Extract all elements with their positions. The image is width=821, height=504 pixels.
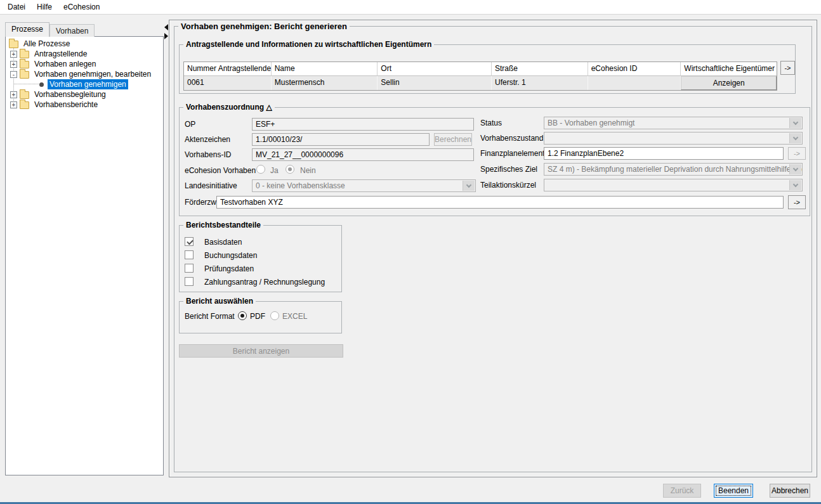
checkbox-zahlungsantrag-label: Zahlungsantrag / Rechnungslegung — [204, 278, 325, 287]
column-header-eigentuemer: Wirtschaftliche Eigentümer — [681, 62, 777, 76]
radio-excel-label: EXCEL — [282, 312, 307, 321]
cell-strasse: Uferstr. 1 — [492, 76, 588, 90]
column-header-name: Name — [272, 62, 378, 76]
tree-item-label: Antragstellende — [32, 49, 89, 59]
teilaktionskuerzel-dropdown — [544, 179, 803, 191]
sidebar-panel: Alle Prozesse + Antragstellende + Vorhab… — [5, 36, 164, 475]
zurueck-button: Zurück — [663, 484, 701, 498]
table-row[interactable]: 0061 Mustermensch Sellin Uferstr. 1 Anze… — [184, 76, 777, 90]
folder-icon — [20, 101, 29, 109]
vorhabenszustand-dropdown — [544, 132, 803, 145]
tree-item-vorhaben-genehmigen[interactable]: Vorhaben genehmigen — [6, 79, 163, 89]
aktenzeichen-label: Aktenzeichen — [185, 135, 230, 144]
radio-ja-label: Ja — [270, 166, 279, 175]
chevron-down-icon — [463, 181, 475, 191]
tree-item-vorhabensberichte[interactable]: + Vorhabensberichte — [6, 100, 163, 110]
anzeigen-button[interactable]: Anzeigen — [681, 76, 777, 90]
ecohesion-vorhaben-label: eCohesion Vorhaben — [185, 166, 256, 175]
tab-vorhaben[interactable]: Vorhaben — [49, 24, 95, 37]
abbrechen-button[interactable]: Abbrechen — [770, 484, 810, 498]
groupbox-title-berichtsbestandteile: Berichtsbestandteile — [183, 221, 263, 229]
chevron-down-icon — [789, 118, 801, 128]
finanzplanelement-label: Finanzplanelement — [480, 149, 544, 158]
tree-item-antragstellende[interactable]: + Antragstellende — [6, 49, 163, 59]
tree-item-vorhaben-anlegen[interactable]: + Vorhaben anlegen — [6, 59, 163, 69]
status-label: Status — [480, 119, 502, 127]
tree-item-label: Vorhaben anlegen — [32, 59, 98, 69]
landesinitiative-label: Landesinitiative — [185, 181, 237, 190]
vorhabenszustand-label: Vorhabenszustand — [480, 134, 543, 143]
folder-icon — [20, 71, 29, 79]
tree-item-label: Alle Prozesse — [22, 39, 72, 49]
folder-icon — [20, 51, 29, 58]
tree-item-label: Vorhaben genehmigen, bearbeiten — [32, 69, 153, 79]
beenden-button[interactable]: Beenden — [714, 484, 753, 498]
collapse-minus-icon[interactable]: - — [10, 71, 17, 78]
cell-ort: Sellin — [378, 76, 492, 90]
vorhabens-id-label: Vorhabens-ID — [185, 150, 231, 159]
checkbox-zahlungsantrag[interactable] — [185, 277, 194, 286]
menu-hilfe[interactable]: Hilfe — [31, 1, 58, 13]
radio-pdf[interactable] — [238, 311, 247, 320]
folder-icon — [20, 61, 29, 68]
aktenzeichen-field[interactable]: 1.1/00010/23/ — [252, 133, 430, 146]
table-header-row: Nummer Antragstellende Name Ort Straße e… — [184, 62, 777, 76]
foerderzweck-field[interactable]: Testvorhaben XYZ — [216, 196, 784, 209]
checkbox-basisdaten[interactable] — [185, 237, 194, 246]
applicants-table: Nummer Antragstellende Name Ort Straße e… — [183, 61, 777, 91]
checkbox-buchungsdaten-label: Buchungsdaten — [204, 251, 257, 260]
finanzplanelement-field[interactable]: 1.2 FinanzplanEbene2 — [544, 147, 784, 160]
folder-icon — [9, 41, 18, 48]
tree-item-vorhabensbegleitung[interactable]: + Vorhabensbegleitung — [6, 89, 163, 100]
finanzplanelement-detail-button: -> — [788, 147, 806, 160]
radio-ja — [256, 165, 265, 174]
checkbox-pruefungsdaten-label: Prüfungsdaten — [204, 264, 254, 273]
main-panel: Vorhaben genehmigen: Bericht generieren … — [169, 20, 817, 477]
groupbox-bericht-generieren: Vorhaben genehmigen: Bericht generieren … — [174, 26, 812, 472]
folder-icon — [20, 91, 29, 99]
radio-pdf-label: PDF — [250, 312, 265, 321]
expand-plus-icon[interactable]: + — [10, 61, 17, 68]
vorhabens-id-field[interactable]: MV_21_27__0000000096 — [252, 148, 474, 161]
collapse-left-icon[interactable] — [164, 24, 168, 30]
cell-ecohesion-id — [588, 76, 681, 90]
berechnen-button: Berechnen — [434, 133, 472, 146]
checkbox-buchungsdaten[interactable] — [185, 250, 194, 259]
groupbox-antragstellende: Antragstellende und Informationen zu wir… — [179, 44, 796, 94]
expand-plus-icon[interactable]: + — [10, 101, 17, 108]
applicants-detail-button[interactable]: -> — [780, 61, 795, 75]
process-tree: Alle Prozesse + Antragstellende + Vorhab… — [6, 37, 163, 475]
tree-item-label: Vorhabensbegleitung — [32, 89, 108, 100]
spezifisches-ziel-dropdown: SZ 4 m) - Bekämpfung materieller Depriva… — [544, 163, 803, 176]
op-field[interactable]: ESF+ — [252, 118, 474, 131]
groupbox-title-vorhabenszuordnung: Vorhabenszuordnung △ — [183, 103, 275, 112]
tree-item-vorhaben-genehmigen-bearbeiten[interactable]: - Vorhaben genehmigen, bearbeiten — [6, 69, 163, 79]
menu-ecohesion[interactable]: eCohesion — [58, 1, 105, 13]
checkbox-pruefungsdaten[interactable] — [185, 264, 194, 273]
cell-nummer: 0061 — [184, 76, 272, 90]
cell-name: Mustermensch — [272, 76, 378, 90]
tab-prozesse[interactable]: Prozesse — [5, 22, 49, 37]
expand-plus-icon[interactable]: + — [10, 51, 17, 58]
chevron-down-icon — [789, 180, 801, 190]
op-label: OP — [185, 120, 195, 129]
groupbox-berichtsbestandteile: Berichtsbestandteile Basisdaten Buchungs… — [179, 225, 342, 292]
menu-datei[interactable]: Datei — [2, 1, 31, 13]
tree-item-alle-prozesse[interactable]: Alle Prozesse — [6, 39, 163, 49]
groupbox-bericht-auswaehlen: Bericht auswählen Bericht Format PDF EXC… — [179, 301, 342, 333]
expand-plus-icon[interactable]: + — [10, 91, 17, 98]
column-header-strasse: Straße — [492, 62, 588, 76]
sidebar-tabs: Prozesse Vorhaben — [5, 22, 95, 37]
groupbox-title-bericht-auswaehlen: Bericht auswählen — [183, 297, 256, 306]
page-title: Vorhaben genehmigen: Bericht generieren — [178, 22, 350, 31]
column-header-ecohesion-id: eCohesion ID — [588, 62, 681, 76]
teilaktionskuerzel-label: Teilaktionskürzel — [480, 181, 536, 190]
collapse-right-icon[interactable] — [164, 33, 168, 39]
tree-item-label: Vorhabensberichte — [32, 100, 100, 110]
splitter-handle[interactable] — [164, 20, 169, 477]
radio-nein — [286, 165, 294, 174]
foerderzweck-detail-button[interactable]: -> — [788, 195, 806, 209]
column-header-ort: Ort — [378, 62, 492, 76]
menubar: Datei Hilfe eCohesion — [0, 0, 821, 15]
tree-item-label: Vorhaben genehmigen — [48, 79, 128, 89]
